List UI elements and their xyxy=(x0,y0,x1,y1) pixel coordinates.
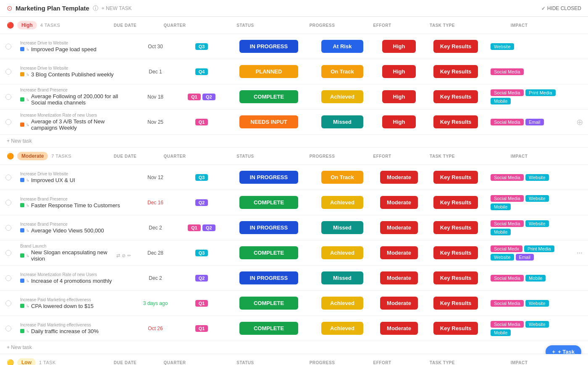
impact-tag[interactable]: Mobile xyxy=(525,275,546,282)
type-badge[interactable]: Key Results xyxy=(433,221,478,234)
effort-badge[interactable]: Moderate xyxy=(380,322,418,335)
type-badge[interactable]: Key Results xyxy=(433,297,478,310)
status-badge[interactable]: PLANNED xyxy=(239,65,298,78)
progress-badge[interactable]: On Track xyxy=(321,171,363,184)
hide-closed-btn[interactable]: ✓ HIDE CLOSED xyxy=(541,5,581,11)
status-badge[interactable]: COMPLETE xyxy=(239,297,298,310)
effort-badge[interactable]: Moderate xyxy=(380,246,418,259)
type-badge[interactable]: Key Results xyxy=(433,196,478,209)
add-task-btn[interactable]: ⊕ xyxy=(576,117,583,127)
impact-tag[interactable]: Social Media xyxy=(491,89,524,96)
edit-icon[interactable]: ✏ xyxy=(127,253,131,258)
progress-badge[interactable]: Missed xyxy=(321,221,363,234)
impact-tag[interactable]: Social Media xyxy=(491,275,524,282)
quarter-badge[interactable]: Q3 xyxy=(195,43,208,50)
progress-badge[interactable]: Missed xyxy=(321,115,363,128)
impact-tag[interactable]: Print Media xyxy=(525,89,556,96)
progress-badge[interactable]: Achieved xyxy=(321,196,363,209)
progress-badge[interactable]: Achieved xyxy=(321,322,363,335)
link-icon[interactable]: ⇄ xyxy=(116,253,120,258)
effort-badge[interactable]: Moderate xyxy=(380,297,418,310)
block-icon[interactable]: ⊘ xyxy=(122,253,126,258)
impact-tag[interactable]: Mobile xyxy=(491,329,511,336)
effort-badge[interactable]: High xyxy=(382,65,416,78)
impact-tag[interactable]: Website xyxy=(491,43,514,50)
impact-tag[interactable]: Mobile xyxy=(491,98,511,104)
task-checkbox[interactable] xyxy=(5,69,11,75)
quarter-badge[interactable]: Q1 xyxy=(195,325,208,332)
impact-tag[interactable]: Website xyxy=(525,195,549,202)
progress-badge[interactable]: At Risk xyxy=(321,40,363,53)
status-badge[interactable]: NEEDS INPUT xyxy=(239,115,298,128)
progress-badge[interactable]: On Track xyxy=(321,65,363,78)
quarter-badge[interactable]: Q2 xyxy=(202,224,215,231)
impact-tag[interactable]: Social Media xyxy=(491,195,524,202)
quarter-badge[interactable]: Q1 xyxy=(188,224,201,231)
section-toggle-low[interactable]: 🟡 xyxy=(7,359,14,365)
effort-badge[interactable]: High xyxy=(382,40,416,53)
effort-badge[interactable]: High xyxy=(382,115,416,128)
task-checkbox[interactable] xyxy=(5,300,11,306)
progress-badge[interactable]: Achieved xyxy=(321,297,363,310)
impact-tag[interactable]: Social Media xyxy=(491,174,524,181)
more-options-btn[interactable]: ··· xyxy=(577,249,582,257)
quarter-badge[interactable]: Q2 xyxy=(195,275,208,282)
effort-badge[interactable]: High xyxy=(382,90,416,103)
impact-tag[interactable]: Website xyxy=(525,321,549,328)
status-badge[interactable]: IN PROGRESS xyxy=(239,40,298,53)
quarter-badge[interactable]: Q1 xyxy=(188,94,201,100)
type-badge[interactable]: Key Results xyxy=(433,115,478,128)
task-checkbox[interactable] xyxy=(5,94,11,100)
impact-tag[interactable]: Social Medx xyxy=(491,245,522,252)
progress-badge[interactable]: Missed xyxy=(321,271,363,284)
impact-tag[interactable]: Social Media xyxy=(491,119,524,125)
effort-badge[interactable]: Moderate xyxy=(380,221,418,234)
task-checkbox[interactable] xyxy=(5,200,11,206)
impact-tag[interactable]: Print Media xyxy=(524,245,554,252)
task-checkbox[interactable] xyxy=(5,119,11,125)
impact-tag[interactable]: Website xyxy=(525,220,549,227)
status-badge[interactable]: IN PROGRESS xyxy=(239,221,298,234)
impact-tag[interactable]: Social Media xyxy=(491,300,524,307)
status-badge[interactable]: COMPLETE xyxy=(239,90,298,103)
status-badge[interactable]: COMPLETE xyxy=(239,246,298,259)
add-task-row[interactable]: + New task xyxy=(0,341,588,354)
status-badge[interactable]: COMPLETE xyxy=(239,322,298,335)
impact-tag[interactable]: Email xyxy=(516,254,534,261)
impact-tag[interactable]: Social Media xyxy=(491,68,524,75)
quarter-badge[interactable]: Q1 xyxy=(195,300,208,307)
section-toggle-high[interactable]: 🔴 xyxy=(7,22,14,29)
task-checkbox[interactable] xyxy=(5,225,11,231)
type-badge[interactable]: Key Results xyxy=(433,171,478,184)
impact-tag[interactable]: Social Media xyxy=(491,220,524,227)
quarter-badge[interactable]: Q3 xyxy=(195,174,208,181)
type-badge[interactable]: Key Results xyxy=(433,90,478,103)
impact-tag[interactable]: Mobile xyxy=(491,203,511,210)
type-badge[interactable]: Key Results xyxy=(433,246,478,259)
type-badge[interactable]: Key Results xyxy=(433,40,478,53)
impact-tag[interactable]: Website xyxy=(491,254,514,261)
impact-tag[interactable]: Website xyxy=(525,300,549,307)
add-task-row[interactable]: + New task xyxy=(0,135,588,148)
effort-badge[interactable]: Moderate xyxy=(380,196,418,209)
task-checkbox[interactable] xyxy=(5,275,11,281)
task-checkbox[interactable] xyxy=(5,250,11,256)
impact-tag[interactable]: Social Media xyxy=(491,321,524,328)
effort-badge[interactable]: Moderate xyxy=(380,271,418,284)
type-badge[interactable]: Key Results xyxy=(433,322,478,335)
progress-badge[interactable]: Achieved xyxy=(321,246,363,259)
impact-tag[interactable]: Email xyxy=(525,119,544,125)
quarter-badge[interactable]: Q2 xyxy=(202,94,215,100)
status-badge[interactable]: IN PROGRESS xyxy=(239,171,298,184)
task-checkbox[interactable] xyxy=(5,326,11,331)
quarter-badge[interactable]: Q2 xyxy=(195,199,208,206)
task-checkbox[interactable] xyxy=(5,175,11,180)
type-badge[interactable]: Key Results xyxy=(433,271,478,284)
type-badge[interactable]: Key Results xyxy=(433,65,478,78)
quarter-badge[interactable]: Q3 xyxy=(195,250,208,256)
quarter-badge[interactable]: Q4 xyxy=(195,68,208,75)
section-toggle-moderate[interactable]: 🟠 xyxy=(7,153,14,159)
impact-tag[interactable]: Website xyxy=(525,174,549,181)
info-icon[interactable]: ⓘ xyxy=(93,5,98,12)
new-task-btn[interactable]: + NEW TASK xyxy=(102,5,132,11)
